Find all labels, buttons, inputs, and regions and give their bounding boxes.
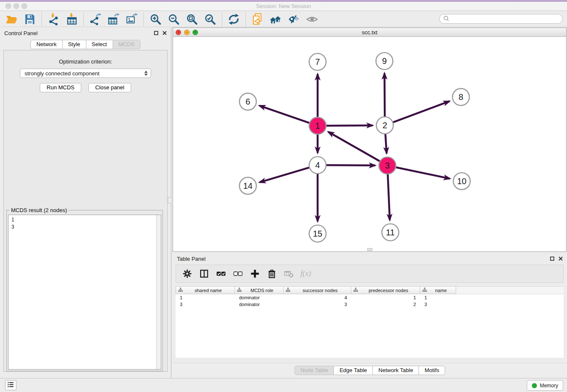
export-table-icon[interactable]: [107, 12, 121, 26]
close-panel-icon[interactable]: [162, 30, 167, 36]
node-15[interactable]: 15: [309, 225, 326, 242]
delete-columns-icon[interactable]: [267, 269, 277, 279]
node-2[interactable]: 2: [376, 117, 393, 134]
table-tab-network-table[interactable]: Network Table: [372, 366, 419, 375]
cell-name[interactable]: 3: [420, 302, 456, 307]
table-float-panel-icon[interactable]: [550, 256, 554, 262]
network-overview-icon[interactable]: [269, 12, 283, 26]
memory-status-icon: [532, 383, 537, 388]
zoom-window-button[interactable]: [22, 3, 27, 9]
list-icon: [7, 381, 15, 390]
toolbar-separator: [222, 12, 222, 26]
import-table-icon[interactable]: [65, 12, 79, 26]
close-window-button[interactable]: [6, 3, 11, 9]
add-column-icon[interactable]: [250, 269, 260, 279]
cell-MCDS-role[interactable]: dominator: [235, 302, 284, 307]
column-header-predecessor-nodes[interactable]: predecessor nodes: [351, 286, 420, 294]
tab-mcds[interactable]: MCDS: [113, 40, 140, 49]
optimization-criterion-dropdown[interactable]: strongly connected component: [20, 69, 151, 78]
column-header-MCDS-role[interactable]: MCDS role: [235, 286, 284, 294]
tab-select[interactable]: Select: [86, 40, 113, 49]
node-8[interactable]: 8: [452, 88, 469, 105]
node-table[interactable]: shared nameMCDS rolesuccessor nodesprede…: [176, 286, 564, 358]
close-panel-button[interactable]: Close panel: [88, 83, 131, 92]
export-network-icon[interactable]: [88, 12, 102, 26]
network-graph[interactable]: 1234678910111415: [173, 37, 566, 251]
toggle-graphics-details-icon[interactable]: [287, 12, 301, 26]
node-6[interactable]: 6: [239, 93, 256, 110]
network-canvas[interactable]: 1234678910111415: [173, 37, 566, 251]
cell-predecessor-nodes[interactable]: 1: [351, 295, 420, 300]
minimize-window-button[interactable]: [14, 3, 19, 9]
cell-shared-name[interactable]: 1: [176, 295, 235, 300]
node-11[interactable]: 11: [382, 224, 399, 241]
table-close-panel-icon[interactable]: [559, 256, 563, 262]
toolbar-separator: [245, 12, 246, 26]
column-type-icon: [422, 287, 427, 293]
node-4[interactable]: 4: [309, 157, 326, 174]
network-close-button[interactable]: ×: [176, 30, 181, 35]
column-header-name[interactable]: name: [420, 286, 456, 294]
show-columns-icon[interactable]: [199, 269, 209, 279]
zoom-fit-icon[interactable]: [185, 12, 199, 26]
cell-MCDS-role[interactable]: dominator: [235, 295, 284, 300]
node-9[interactable]: 9: [376, 52, 393, 69]
mcds-result-list[interactable]: 13: [8, 215, 161, 370]
column-header-successor-nodes[interactable]: successor nodes: [284, 286, 351, 294]
show-panel-menu-button[interactable]: [5, 380, 17, 390]
node-1[interactable]: 1: [309, 117, 326, 134]
app-titlebar[interactable]: Session: New Session: [0, 2, 567, 11]
import-network-icon[interactable]: [47, 12, 61, 26]
mcds-result-group: MCDS result (2 nodes) 13: [6, 207, 163, 371]
canvas-scrollbar-handle[interactable]: [367, 248, 372, 251]
clone-network-icon[interactable]: [250, 12, 264, 26]
edge-4-14[interactable]: [260, 165, 318, 182]
table-header-row: shared nameMCDS rolesuccessor nodesprede…: [176, 286, 564, 294]
edge-3-10[interactable]: [387, 166, 449, 179]
svg-text:2: 2: [383, 121, 387, 130]
node-10[interactable]: 10: [453, 173, 470, 190]
svg-text:6: 6: [245, 97, 250, 106]
zoom-out-icon[interactable]: [167, 12, 181, 26]
cell-successor-nodes[interactable]: 4: [284, 295, 351, 300]
table-tab-edge-table[interactable]: Edge Table: [333, 366, 373, 375]
cell-successor-nodes[interactable]: 3: [284, 302, 351, 307]
control-panel: Control Panel NetworkStyleSelectMCDS Opt…: [0, 28, 171, 378]
save-session-icon[interactable]: [23, 12, 37, 26]
table-settings-icon[interactable]: [182, 269, 192, 279]
table-row[interactable]: 3dominator323: [176, 301, 564, 308]
open-session-icon[interactable]: [5, 12, 19, 26]
result-scrollbar[interactable]: [156, 215, 161, 369]
table-tab-motifs[interactable]: Motifs: [418, 366, 445, 375]
panel-divider-handle[interactable]: [168, 197, 171, 203]
network-maximize-button[interactable]: +: [193, 30, 198, 35]
node-3[interactable]: 3: [379, 157, 396, 174]
column-header-shared-name[interactable]: shared name: [176, 286, 235, 294]
float-panel-icon[interactable]: [154, 30, 158, 36]
edge-2-8[interactable]: [385, 101, 449, 125]
search-input[interactable]: [450, 16, 562, 22]
export-image-icon[interactable]: [125, 12, 139, 26]
select-all-columns-icon[interactable]: [216, 269, 226, 279]
zoom-in-icon[interactable]: [149, 12, 162, 26]
table-tab-node-table[interactable]: Node Table: [295, 366, 334, 375]
network-minimize-button[interactable]: −: [184, 30, 190, 35]
table-row[interactable]: 1dominator411: [176, 294, 564, 301]
zoom-selected-icon[interactable]: [203, 12, 217, 26]
tab-network[interactable]: Network: [30, 40, 63, 49]
run-mcds-button[interactable]: Run MCDS: [40, 83, 81, 92]
apply-layout-icon[interactable]: [227, 12, 241, 26]
node-14[interactable]: 14: [239, 177, 256, 194]
unselect-all-columns-icon[interactable]: [233, 269, 243, 279]
cell-name[interactable]: 1: [420, 295, 456, 300]
edge-1-6[interactable]: [259, 106, 317, 126]
edge-3-1[interactable]: [328, 132, 388, 166]
tab-style[interactable]: Style: [62, 40, 86, 49]
node-7[interactable]: 7: [309, 53, 326, 70]
cell-predecessor-nodes[interactable]: 2: [351, 302, 420, 307]
network-window-titlebar[interactable]: × − + scc.txt: [173, 28, 566, 37]
search-field[interactable]: [439, 14, 563, 24]
memory-button[interactable]: Memory: [527, 380, 563, 391]
cell-shared-name[interactable]: 3: [176, 302, 235, 307]
table-panel-title: Table Panel: [177, 256, 206, 262]
